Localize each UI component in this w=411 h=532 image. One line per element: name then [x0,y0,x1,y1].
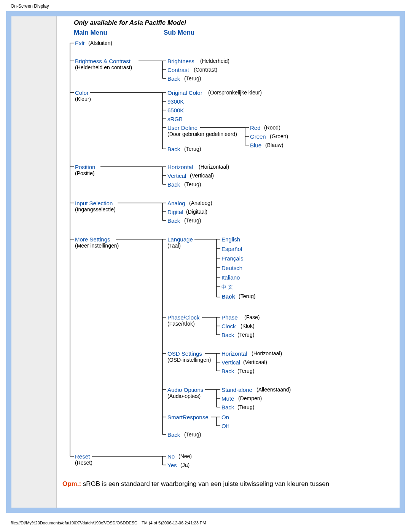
audio-back-tr: (Terug) [237,404,254,411]
main-input: Input Selection [75,200,113,206]
sub-more-back-tr: (Terug) [184,431,201,438]
col-sub-menu: Sub Menu [164,29,194,36]
sub-green-tr: (Groen) [270,133,288,140]
sub-blue: Blue [250,142,261,149]
lang-zh: 中 文 [221,284,233,290]
sub-analog-tr: (Analoog) [189,200,212,206]
main-brightness: Brightness & Contrast [75,58,131,64]
sub-blue-tr: (Blauw) [265,142,283,149]
osd-v-tr: (Verticaal) [243,359,267,366]
sub-pos-h: Horizontal [167,164,193,170]
osd-h-tr: (Horizontaal) [252,350,282,357]
content-frame: Only available for Asia Pacific Model Ma… [6,11,405,513]
sub-pos-v: Vertical [167,173,186,179]
lang-en: English [221,236,240,243]
lang-back: Back [221,293,235,300]
audio-back: Back [221,404,234,411]
main-color-tr: (Kleur) [75,96,91,102]
sub-audio: Audio Options [167,387,203,393]
sub-input-back: Back [167,217,180,224]
audio-stand: Stand-alone [221,387,252,393]
osd-h: Horizontal [221,350,247,357]
smart-off: Off [221,423,229,429]
note-label: Opm.: [62,480,81,487]
sub-smart: SmartResponse [167,414,209,420]
left-sidebar [11,16,57,508]
reset-no-tr: (Nee) [178,453,192,460]
col-main-menu: Main Menu [74,29,107,36]
sub-contrast-tr: (Contrast) [194,67,217,73]
sub-green: Green [250,133,266,140]
main-reset: Reset [75,453,90,460]
sub-analog: Analog [167,200,185,206]
sub-user-define-tr: (Door gebruiker gedefinieerd) [167,131,237,137]
reset-yes-tr: (Ja) [180,462,190,468]
reset-no: No [167,453,175,460]
sub-digital-tr: (Digitaal) [186,209,207,215]
lang-it: Italiano [221,274,240,281]
sub-phase-tr: (Fase/Klok) [167,321,195,327]
phase-back-tr: (Terug) [237,332,254,338]
reset-yes: Yes [167,462,177,468]
main-reset-tr: (Reset) [75,460,92,466]
audio-mute-tr: (Dempen) [238,395,262,402]
main-color: Color [75,89,89,96]
sub-contrast: Contrast [167,67,189,73]
sub-osd: OSD Settings [167,350,202,357]
clock-item-tr: (Klok) [241,323,255,329]
sub-osd-tr: (OSD-instellingen) [167,357,211,363]
note-text: sRGB is een standaard ter waarborging va… [81,480,329,487]
sub-pos-h-tr: (Horizontaal) [199,164,229,170]
main-exit-tr: (Afsluiten) [88,40,112,46]
diagram-header: Only available for Asia Pacific Model [74,19,186,26]
sub-orig-color: Original Color [167,89,202,96]
sub-color-back: Back [167,146,180,152]
sub-9300k: 9300K [167,98,184,105]
sub-pos-v-tr: (Verticaal) [190,173,214,179]
note-line: Opm.: sRGB is een standaard ter waarborg… [62,480,359,488]
main-brightness-tr: (Helderheid en contrast) [75,64,132,71]
sub-bc-back: Back [167,75,180,82]
sub-language: Language [167,236,193,243]
sub-orig-color-tr: (Oorspronkelijke kleur) [208,89,262,96]
footer-path: file:///D|/My%20Documents/dfu/190X7/dutc… [0,513,411,530]
sub-color-back-tr: (Terug) [184,146,201,152]
sub-red: Red [250,125,261,131]
sub-digital: Digital [167,209,183,215]
lang-es: Español [221,246,242,252]
main-position-tr: (Positie) [75,170,94,177]
clock-item: Clock [221,323,236,329]
osd-back: Back [221,368,234,374]
smart-on: On [221,414,229,420]
sub-input-back-tr: (Terug) [184,217,201,224]
sub-6500k: 6500K [167,107,184,113]
sub-user-define: User Define [167,125,198,131]
main-exit: Exit [75,40,84,46]
sub-brightness: Brightness [167,58,194,64]
sub-red-tr: (Rood) [264,125,280,131]
phase-item: Phase [221,314,238,321]
sub-phase: Phase/Clock [167,314,199,321]
lang-back-tr: (Terug) [239,293,255,300]
main-input-tr: (Ingangsselectie) [75,206,116,213]
phase-back: Back [221,332,234,338]
sub-pos-back-tr: (Terug) [184,181,201,188]
sub-more-back: Back [167,431,180,438]
sub-bc-back-tr: (Terug) [184,75,201,82]
page-title: On-Screen Display [0,0,411,11]
lang-fr: Français [221,255,244,262]
audio-mute: Mute [221,395,234,402]
sub-pos-back: Back [167,181,180,188]
osd-v: Vertical [221,359,240,366]
phase-item-tr: (Fase) [244,314,260,321]
main-more-tr: (Meer instellingen) [75,243,119,249]
sub-language-tr: (Taal) [167,243,181,249]
sub-srgb: sRGB [167,116,183,122]
lang-de: Deutsch [221,265,242,271]
osd-back-tr: (Terug) [237,368,254,374]
main-more: More Settings [75,236,110,243]
audio-stand-tr: (Alleenstaand) [256,387,291,393]
sub-audio-tr: (Audio-opties) [167,393,201,399]
main-position: Position [75,164,95,170]
sub-brightness-tr: (Helderheid) [200,58,229,64]
